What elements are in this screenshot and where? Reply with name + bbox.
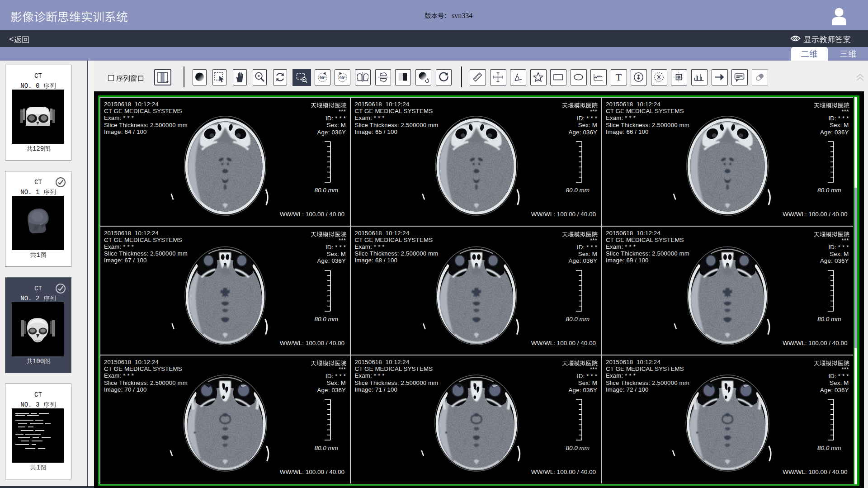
svg-text:90°: 90° bbox=[320, 76, 326, 80]
svg-text:T: T bbox=[616, 71, 622, 83]
svg-text:90°: 90° bbox=[340, 76, 346, 80]
